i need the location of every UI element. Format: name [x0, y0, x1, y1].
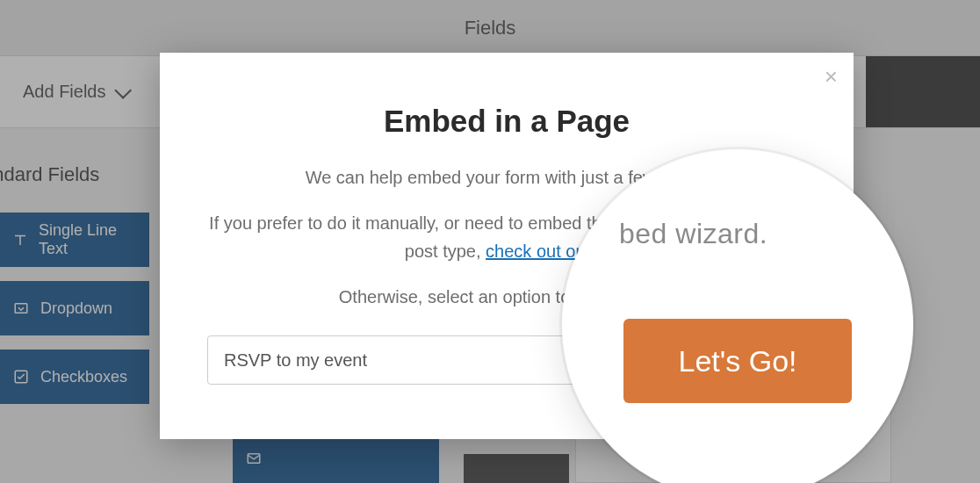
- close-icon[interactable]: ×: [825, 65, 838, 88]
- envelope-icon: [245, 451, 263, 466]
- toolbar-dark-strip: [866, 56, 980, 127]
- add-fields-dropdown[interactable]: Add Fields: [23, 82, 127, 102]
- field-pill-single-line-text[interactable]: Single Line Text: [0, 213, 149, 267]
- field-pill-dropdown[interactable]: Dropdown: [0, 281, 149, 335]
- field-pill-label: Single Line Text: [39, 221, 137, 258]
- checkbox-icon: [12, 369, 30, 385]
- sidebar-left: andard Fields Single Line Text Dropdown …: [0, 128, 149, 483]
- add-fields-label: Add Fields: [23, 82, 106, 102]
- modal-title: Embed in a Page: [207, 104, 806, 139]
- dark-bottom-strip: [464, 454, 569, 483]
- field-pill-label: Checkboxes: [40, 368, 127, 386]
- text-icon: [12, 232, 28, 248]
- dropdown-icon: [12, 300, 30, 316]
- field-pill-checkboxes[interactable]: Checkboxes: [0, 350, 149, 404]
- page-title: Fields: [465, 17, 516, 40]
- sidebar-section-label: andard Fields: [0, 163, 149, 213]
- page-title-bar: Fields: [0, 0, 980, 56]
- lets-go-button[interactable]: Let's Go!: [623, 319, 852, 403]
- magnifier-ghost-text: bed wizard.: [619, 218, 767, 250]
- svg-rect-0: [15, 304, 27, 314]
- magnifier-zoom: bed wizard. Let's Go!: [562, 149, 913, 483]
- chevron-down-icon: [114, 81, 132, 98]
- field-pill-label: Dropdown: [40, 299, 112, 318]
